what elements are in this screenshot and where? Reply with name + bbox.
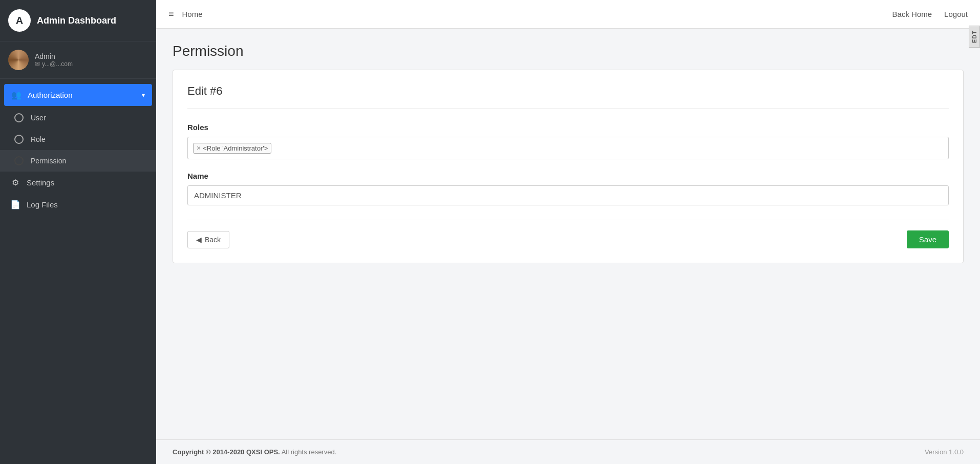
remove-role-icon[interactable]: × [197,144,201,152]
home-link[interactable]: Home [182,10,203,18]
sidebar-logo: A [8,9,31,32]
sidebar-title-label: Admin Dashboard [37,15,116,26]
sidebar-item-permission[interactable]: Permission [0,150,156,172]
log-files-label: Log Files [27,200,58,209]
user-info: Admin ✉ y...@...com [35,52,73,68]
topnav: ≡ Home Back Home Logout [156,0,980,29]
sidebar-item-authorization[interactable]: 👥 Authorization ▾ [4,84,152,106]
edt-tab[interactable]: EDT [969,26,980,48]
roles-input-field[interactable]: × <Role 'Administrator'> [187,137,949,159]
avatar [8,50,29,70]
people-icon: 👥 [11,90,22,100]
sidebar-item-user[interactable]: User [0,107,156,129]
sidebar-item-settings[interactable]: ⚙ Settings [0,172,156,194]
user-email-label: ✉ y...@...com [35,60,73,68]
circle-icon [14,156,24,165]
name-form-group: Name [187,172,949,205]
sidebar-header: A Admin Dashboard [0,0,156,41]
circle-icon [14,135,24,144]
back-arrow-icon: ◀ [196,236,202,244]
footer: Copyright © 2014-2020 QXSI OPS. All righ… [156,439,980,464]
role-tag: × <Role 'Administrator'> [193,143,271,154]
email-icon: ✉ [35,60,40,68]
user-label: User [31,114,46,122]
footer-version: Version 1.0.0 [925,448,964,456]
card-subtitle: Edit #6 [187,85,949,109]
file-icon: 📄 [10,200,20,209]
authorization-label: Authorization [28,91,73,99]
logout-link[interactable]: Logout [944,10,968,18]
page-title: Permission [173,43,964,59]
role-tag-label: <Role 'Administrator'> [203,144,268,152]
name-input[interactable] [187,185,949,205]
permission-label: Permission [31,157,66,165]
roles-label: Roles [187,123,949,132]
sidebar-user-section: Admin ✉ y...@...com [0,41,156,79]
settings-label: Settings [27,178,54,187]
username-label: Admin [35,52,73,60]
back-home-link[interactable]: Back Home [892,10,932,18]
role-label: Role [31,135,46,143]
main-content: ≡ Home Back Home Logout Permission Edit … [156,0,980,464]
card-actions: ◀ Back Save [187,220,949,248]
save-button[interactable]: Save [907,230,949,248]
chevron-down-icon: ▾ [142,92,145,99]
hamburger-icon[interactable]: ≡ [168,9,174,19]
sidebar: A Admin Dashboard Admin ✉ y...@...com 👥 … [0,0,156,464]
back-button[interactable]: ◀ Back [187,231,229,248]
page-body: Permission Edit #6 Roles × <Role 'Admini… [156,29,980,439]
sidebar-item-log-files[interactable]: 📄 Log Files [0,194,156,216]
roles-form-group: Roles × <Role 'Administrator'> [187,123,949,159]
sidebar-item-role[interactable]: Role [0,129,156,150]
sidebar-nav: 👥 Authorization ▾ User Role Permission ⚙… [0,79,156,464]
circle-icon [14,113,24,122]
footer-copyright: Copyright © 2014-2020 QXSI OPS. All righ… [173,448,336,456]
edit-card: Edit #6 Roles × <Role 'Administrator'> N… [173,70,964,263]
name-label: Name [187,172,949,180]
gear-icon: ⚙ [10,178,20,187]
topnav-right: Back Home Logout [892,10,968,18]
